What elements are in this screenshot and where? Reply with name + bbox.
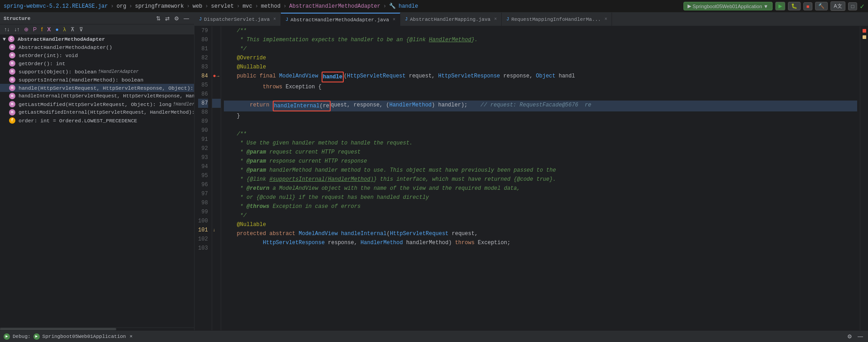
tree-item-supports[interactable]: m supports(Object): boolean †HandlerAdap… [0, 67, 194, 76]
sort-alpha-button[interactable]: ⇄ [164, 15, 171, 22]
tab-rmi-label: RequestMappingInfoHandlerMa... [511, 17, 601, 22]
close-structure-button[interactable]: — [182, 15, 190, 22]
bc-org[interactable]: org [117, 3, 127, 10]
debug-button[interactable]: 🐛 [788, 2, 801, 10]
right-gutter [860, 26, 868, 330]
tree-item-handle[interactable]: m handle(HttpServletRequest, HttpServlet… [0, 84, 194, 92]
editor-tabs: J DispatcherServlet.java × J AbstractHan… [194, 13, 868, 26]
sort-alpha-desc-btn[interactable]: ↓↑ [13, 26, 21, 33]
code-content[interactable]: /** * This implementation expects the ha… [221, 26, 860, 330]
tab-ds-close[interactable]: × [273, 17, 276, 22]
tree-item-supportsinternal[interactable]: m supportsInternal(HandlerMethod): boole… [0, 76, 194, 84]
item-label-handleinternal: handleInternal(HttpServletRequest, HttpS… [19, 93, 194, 99]
method-icon-constructor: m [9, 44, 15, 50]
expand-btn[interactable]: ⊕ [23, 26, 30, 33]
sort-button[interactable]: ⇅ [155, 15, 162, 22]
item-label-supports: supports(Object): boolean [19, 69, 97, 75]
code-line-97: * or {@code null} if the request has bee… [224, 193, 857, 202]
field-btn[interactable]: f [40, 26, 44, 33]
code-line-99: */ [224, 211, 857, 220]
top-nav-bar: spring-webmvc-5.2.12.RELEASE.jar › org ›… [0, 0, 868, 13]
code-line-82: @Override [224, 53, 857, 63]
breakpoint-84[interactable]: ● [213, 73, 216, 79]
structure-toolbar: ↑↓ ↓↑ ⊕ P f X ● λ ⊼ ⊽ [0, 24, 194, 35]
debug-close[interactable]: × [129, 334, 133, 339]
bc-web[interactable]: web [193, 3, 203, 10]
code-line-79: /** [224, 26, 857, 35]
jar-label[interactable]: spring-webmvc-5.2.12.RELEASE.jar [4, 3, 108, 10]
tree-root[interactable]: ▼ C AbstractHandlerMethodAdapter [0, 35, 194, 43]
constructor-btn[interactable]: P [32, 26, 38, 33]
expand-root-icon: ▼ [3, 36, 6, 42]
tree-item-getorder[interactable]: m getOrder(): int [0, 59, 194, 67]
build-button[interactable]: 🔨 [815, 2, 828, 10]
bc-method[interactable]: method [261, 3, 280, 10]
code-line-81: */ [224, 44, 857, 53]
tab-rmi-icon: J [506, 17, 509, 22]
run-button[interactable]: ▶ Springboot05Web01Application ▼ [683, 2, 773, 10]
method-icon-setorder: m [9, 52, 15, 58]
item-label-order: order: int = Ordered.LOWEST_PRECEDENCE [19, 118, 137, 124]
tab-abstracthandlermethodadapter[interactable]: J AbstractHandlerMethodAdapter.java × [281, 13, 400, 26]
tab-abstracthandlermapping[interactable]: J AbstractHandlerMapping.java × [400, 13, 502, 26]
tab-ahm-icon: J [405, 17, 408, 22]
code-line-86 [224, 92, 857, 101]
translate-icon: A文 [834, 3, 842, 10]
field-icon-order: f [9, 117, 15, 124]
tree-item-setorder[interactable]: m setOrder(int): void [0, 51, 194, 59]
tab-rmi-close[interactable]: × [604, 17, 607, 22]
code-line-89 [224, 120, 857, 130]
debug-minimize-button[interactable]: — [856, 333, 864, 340]
maximize-button[interactable]: □ [848, 2, 858, 10]
tree-item-getlastmodified[interactable]: m getLastModified(HttpServletRequest, Ob… [0, 100, 194, 108]
tree-item-constructor[interactable]: m AbstractHandlerMethodAdapter() [0, 43, 194, 51]
method-btn[interactable]: X [46, 26, 52, 33]
handle-highlight-box: handle [322, 72, 344, 82]
structure-title: Structure [4, 16, 30, 21]
bc-springframework[interactable]: springframework [135, 3, 184, 10]
bc-handle[interactable]: handle [398, 3, 418, 10]
circle-btn[interactable]: ● [54, 26, 60, 33]
debug-settings-button[interactable]: ⚙ [846, 333, 854, 340]
code-editor: 79 80 81 82 83 84 85 86 87 88 89 90 91 9… [194, 26, 868, 330]
item-label-handle: handle(HttpServletRequest, HttpServletRe… [19, 85, 194, 91]
code-line-87: return handleInternal(request, response,… [224, 101, 857, 111]
debug-icon: 🐛 [791, 3, 797, 9]
code-line-100: @Nullable [224, 220, 857, 229]
code-line-90: /** [224, 130, 857, 139]
gutter: ● → ↓ [212, 26, 221, 330]
code-line-102: HttpServletResponse response, HandlerMet… [224, 238, 857, 247]
stop-button[interactable]: ■ [803, 2, 813, 10]
step-indicator-84: → [217, 74, 219, 79]
method-icon-handle: m [9, 85, 15, 91]
translate-button[interactable]: A文 [830, 1, 845, 11]
down-btn[interactable]: ⊽ [78, 26, 85, 33]
play-icon: ▶ [778, 3, 782, 9]
tree-item-order[interactable]: f order: int = Ordered.LOWEST_PRECEDENCE [0, 116, 194, 125]
step-indicator-101: ↓ [213, 228, 216, 233]
settings-button[interactable]: ⚙ [173, 15, 180, 22]
sort-alpha-asc-btn[interactable]: ↑↓ [3, 26, 11, 33]
up-btn[interactable]: ⊼ [69, 26, 76, 33]
tab-ahm-close[interactable]: × [494, 17, 497, 22]
tab-ahma-close[interactable]: × [393, 17, 395, 22]
method-icon-supports: m [9, 68, 15, 75]
run-label: Springboot05Web01Application [693, 4, 762, 9]
method-icon-getlastmodifiedinternal: m [9, 109, 15, 116]
bc-mvc[interactable]: mvc [242, 3, 252, 10]
bc-servlet[interactable]: servlet [211, 3, 234, 10]
tab-requestmappinginfo[interactable]: J RequestMappingInfoHandlerMa... × [502, 13, 612, 26]
tab-dispatcherservlet[interactable]: J DispatcherServlet.java × [194, 13, 281, 26]
code-line-103 [224, 247, 857, 256]
code-line-80: * This implementation expects the handle… [224, 35, 857, 44]
structure-panel: Structure ⇅ ⇄ ⚙ — ↑↓ ↓↑ ⊕ P f X ● λ ⊼ ⊽ … [0, 13, 194, 330]
code-line-91: * Use the given handler method to handle… [224, 139, 857, 148]
stop-icon: ■ [806, 4, 810, 9]
lambda-btn[interactable]: λ [62, 26, 67, 33]
code-line-85: throws Exception { [224, 82, 857, 92]
bc-method-icon: 🔧 [389, 3, 396, 10]
tree-item-handleinternal[interactable]: m handleInternal(HttpServletRequest, Htt… [0, 92, 194, 100]
bc-class[interactable]: AbstractHandlerMethodAdapter [289, 3, 380, 10]
tree-item-getlastmodifiedinternal[interactable]: m getLastModifiedInternal(HttpServletReq… [0, 108, 194, 116]
play-button[interactable]: ▶ [775, 2, 785, 10]
